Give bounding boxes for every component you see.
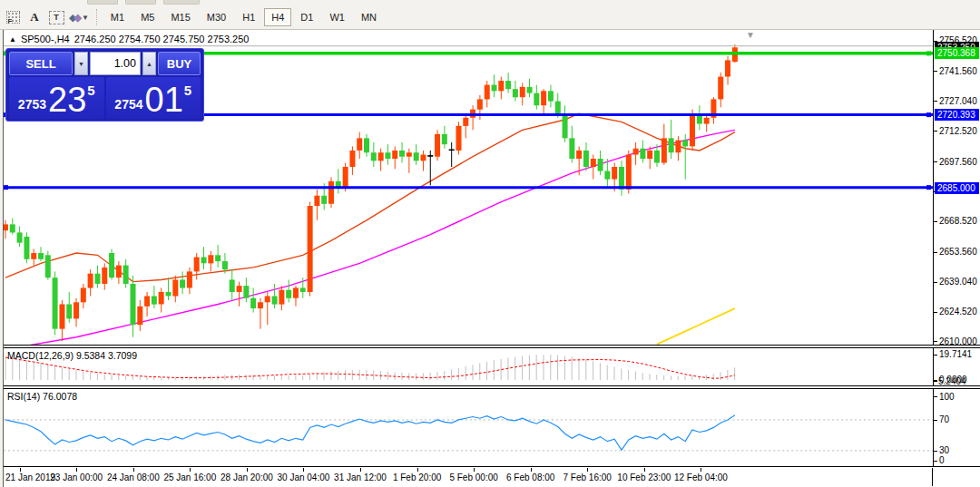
price-tick <box>934 312 937 313</box>
price-tick-label: 2668.520 <box>939 216 977 226</box>
fast-ma-line <box>5 113 735 281</box>
rsi-tick <box>934 420 937 421</box>
price-tick <box>934 131 937 131</box>
font-a-icon: A <box>30 10 38 24</box>
time-tick <box>417 468 418 472</box>
time-tick-label: 10 Feb 23:00 <box>617 472 671 482</box>
volume-decrease-button[interactable]: ▼ <box>74 52 88 75</box>
candle-body <box>442 134 447 144</box>
candle-body <box>328 181 334 204</box>
price-pane: ▲ SP500-,H4 2746.250 2754.750 2745.750 2… <box>4 30 980 346</box>
price-axis[interactable]: 2756.5202741.5602727.0402712.5202697.560… <box>933 30 980 345</box>
rsi-tick-label: 30 <box>939 445 949 455</box>
time-tick <box>701 468 701 472</box>
horizontal-line-2720-handle[interactable] <box>926 112 931 117</box>
timeframe-button-m5[interactable]: M5 <box>133 8 162 26</box>
text-box-icon: T <box>49 11 64 24</box>
candle-body <box>675 141 681 153</box>
candle-body <box>520 87 525 97</box>
candle-body <box>258 302 263 308</box>
time-tick <box>360 468 361 472</box>
rsi-tick-label: 0 <box>939 455 945 465</box>
timeframe-button-m1[interactable]: M1 <box>103 8 132 26</box>
rsi-plot-area[interactable]: RSI(14) 76.0078 <box>4 389 933 466</box>
time-tick-label: 23 Jan 00:00 <box>50 472 103 482</box>
price-tick-label: 2697.560 <box>939 157 977 167</box>
candle-body <box>144 297 150 307</box>
horizontal-line-2685-handle[interactable] <box>4 185 8 190</box>
volume-input[interactable]: 1.00 <box>90 52 141 75</box>
buy-price-display[interactable]: 2754 01 5 <box>106 77 201 119</box>
candle-body <box>208 255 213 263</box>
text-box-tool-button[interactable]: T <box>46 8 66 27</box>
volume-increase-button[interactable]: ▲ <box>142 52 156 75</box>
buy-price-main: 01 <box>145 83 183 116</box>
candle-body <box>626 155 632 190</box>
candle-body <box>527 87 533 93</box>
candle-body <box>222 261 228 269</box>
candle-body <box>102 268 107 284</box>
candle-body <box>237 286 242 292</box>
horizontal-line-2750-handle[interactable] <box>926 51 931 55</box>
price-tick <box>934 221 937 222</box>
timeframe-button-w1[interactable]: W1 <box>322 8 352 26</box>
font-tool-button[interactable]: A <box>24 8 44 27</box>
rsi-chart-svg <box>4 389 933 466</box>
macd-tick <box>934 381 937 382</box>
time-tick-label: 28 Jan 20:00 <box>220 472 273 482</box>
candle-body <box>414 152 419 161</box>
candle-body <box>88 274 93 288</box>
time-tick-label: 12 Feb 04:00 <box>674 472 728 482</box>
timeframe-button-d1[interactable]: D1 <box>293 8 320 26</box>
indicator-grid-tool-button[interactable]: F <box>3 8 23 27</box>
candle-body <box>38 253 44 259</box>
candle-body <box>343 167 348 188</box>
candle-body <box>31 253 36 259</box>
candle-body <box>364 138 369 152</box>
macd-axis[interactable]: 19.71410.00005.2404 <box>933 348 980 385</box>
candle-body <box>456 126 462 151</box>
candle-body <box>619 167 624 190</box>
macd-plot-area[interactable]: MACD(12,26,9) 9.5384 3.7099 <box>4 348 933 385</box>
time-axis[interactable]: 21 Jan 201923 Jan 00:0024 Jan 08:0025 Ja… <box>4 468 980 486</box>
timeframe-button-mn[interactable]: MN <box>354 8 384 26</box>
chart-shift-marker-icon[interactable]: ▼ <box>746 30 755 40</box>
candle-body <box>435 134 440 157</box>
rsi-line <box>5 415 735 450</box>
time-tick <box>190 468 191 472</box>
macd-tick <box>934 355 937 356</box>
time-tick-label: 6 Feb 08:00 <box>506 472 554 482</box>
price-tick-label: 2653.560 <box>939 247 977 257</box>
candle-body <box>704 118 710 124</box>
candle-body <box>123 266 129 284</box>
horizontal-line-2685-handle[interactable] <box>926 185 931 190</box>
sell-price-display[interactable]: 2753 23 5 <box>9 77 104 119</box>
time-tick <box>303 468 304 472</box>
axis-corner-divider <box>932 468 933 486</box>
candle-body <box>541 91 546 105</box>
candle-body <box>172 279 178 296</box>
time-tick <box>474 468 475 472</box>
candle-body <box>95 274 101 284</box>
timeframe-button-m30[interactable]: M30 <box>200 8 233 26</box>
rsi-tick-label: 70 <box>939 414 949 424</box>
shapes-tool-button[interactable]: ◆◆ ▼ <box>68 8 90 27</box>
candle-body <box>116 266 122 278</box>
candle-body <box>109 253 114 278</box>
candle-body <box>690 113 695 146</box>
time-tick <box>76 468 77 472</box>
candle-body <box>563 113 568 138</box>
timeframe-button-h4[interactable]: H4 <box>264 8 291 26</box>
rsi-tick-label: 100 <box>939 392 955 402</box>
candle-body <box>272 297 278 305</box>
rsi-axis[interactable]: 10070300 <box>933 389 980 466</box>
candle-body <box>604 171 610 180</box>
sell-button[interactable]: SELL <box>9 52 73 75</box>
candle-body <box>576 151 582 159</box>
candle-body <box>385 152 390 159</box>
buy-button[interactable]: BUY <box>158 52 201 75</box>
timeframe-button-h1[interactable]: H1 <box>235 8 262 26</box>
timeframe-button-m15[interactable]: M15 <box>163 8 197 26</box>
candle-body <box>718 77 723 100</box>
price-plot-area[interactable]: ▲ SP500-,H4 2746.250 2754.750 2745.750 2… <box>4 30 933 345</box>
